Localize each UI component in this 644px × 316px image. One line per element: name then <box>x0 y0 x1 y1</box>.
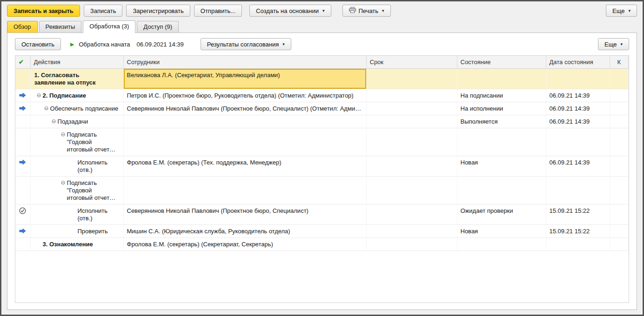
header-actions[interactable]: Действия <box>30 56 123 68</box>
more-button-top[interactable]: Еще ▾ <box>606 5 637 17</box>
task-k-cell[interactable] <box>610 68 629 89</box>
task-state-date-cell[interactable]: 06.09.21 14:39 <box>546 156 610 176</box>
task-due-cell[interactable] <box>366 224 457 237</box>
task-k-cell[interactable] <box>610 224 629 237</box>
collapse-icon[interactable]: ⊖ <box>37 92 41 99</box>
task-k-cell[interactable] <box>610 237 629 250</box>
task-action-cell[interactable]: Исполнить (отв.) <box>30 204 123 224</box>
task-state-cell[interactable] <box>457 128 546 156</box>
tab-overview[interactable]: Обзор <box>7 21 38 33</box>
header-state[interactable]: Состояние <box>457 56 546 68</box>
task-state-date-cell[interactable]: 15.09.21 15:22 <box>546 224 610 237</box>
task-k-cell[interactable] <box>610 156 629 176</box>
task-k-cell[interactable] <box>610 89 629 102</box>
task-action-cell[interactable]: Проверить <box>30 224 123 237</box>
task-due-cell[interactable] <box>366 237 457 250</box>
approval-results-button[interactable]: Результаты согласования ▾ <box>201 38 291 50</box>
task-state-cell[interactable] <box>457 176 546 204</box>
task-due-cell[interactable] <box>366 89 457 102</box>
task-icon-cell <box>15 115 30 128</box>
tasks-grid[interactable]: ✔ Действия Сотрудники Срок Состояние Дат… <box>15 55 629 303</box>
register-button[interactable]: Зарегистрировать <box>126 5 190 17</box>
task-action-cell[interactable]: ⊖Подписать "Годовой итоговый отчет… <box>30 176 123 204</box>
task-action-cell[interactable]: ⊖Подзадачи <box>30 115 123 128</box>
save-and-close-button[interactable]: Записать и закрыть <box>7 5 80 17</box>
task-row-approve[interactable]: 1. Согласовать заявление на отпуск Велик… <box>15 68 629 89</box>
task-state-cell[interactable] <box>457 68 546 89</box>
stop-button[interactable]: Остановить <box>15 38 61 50</box>
task-employees-cell[interactable]: Фролова Е.М. (секретарь) (Секретариат, С… <box>123 237 366 250</box>
header-employees[interactable]: Сотрудники <box>123 56 366 68</box>
task-state-date-cell[interactable] <box>546 176 610 204</box>
header-k[interactable]: К <box>610 56 629 68</box>
task-row-sign-report-1[interactable]: ⊖Подписать "Годовой итоговый отчет… <box>15 128 629 156</box>
task-employees-cell[interactable]: Мишин С.А. (Юридическая служба, Руководи… <box>123 224 366 237</box>
task-k-cell[interactable] <box>610 204 629 224</box>
task-due-cell[interactable] <box>366 156 457 176</box>
task-state-date-cell[interactable] <box>546 68 610 89</box>
task-row-check[interactable]: Проверить Мишин С.А. (Юридическая служба… <box>15 224 629 237</box>
play-icon: ▶ <box>70 41 74 47</box>
task-due-cell[interactable] <box>366 68 457 89</box>
print-button[interactable]: Печать ▾ <box>342 5 391 17</box>
header-state-date[interactable]: Дата состояния <box>546 56 610 68</box>
task-k-cell[interactable] <box>610 102 629 115</box>
task-row-signing[interactable]: ⊖2. Подписание Петров И.С. (Проектное бю… <box>15 89 629 102</box>
task-row-execute-severyaninov[interactable]: Исполнить (отв.) Северянинов Николай Пав… <box>15 204 629 224</box>
task-state-cell[interactable] <box>457 237 546 250</box>
task-state-date-cell[interactable]: 15.09.21 15:22 <box>546 204 610 224</box>
tab-processing[interactable]: Обработка (3) <box>83 20 135 33</box>
task-state-cell[interactable]: Новая <box>457 156 546 176</box>
task-employees-cell[interactable] <box>123 128 366 156</box>
task-state-cell[interactable]: Новая <box>457 224 546 237</box>
task-row-execute-frolova[interactable]: Исполнить (отв.) Фролова Е.М. (секретарь… <box>15 156 629 176</box>
task-state-date-cell[interactable] <box>546 237 610 250</box>
task-state-date-cell[interactable]: 06.09.21 14:39 <box>546 89 610 102</box>
task-row-ensure-signing[interactable]: ⊖Обеспечить подписание Северянинов Никол… <box>15 102 629 115</box>
header-check-cell[interactable]: ✔ <box>15 56 30 68</box>
task-due-cell[interactable] <box>366 102 457 115</box>
task-state-cell[interactable]: Ожидает проверки <box>457 204 546 224</box>
task-action-cell[interactable]: ⊖Подписать "Годовой итоговый отчет… <box>30 128 123 156</box>
task-k-cell[interactable] <box>610 176 629 204</box>
task-employees-cell[interactable] <box>123 115 366 128</box>
task-action-label: Подписать "Годовой итоговый отчет… <box>67 179 116 202</box>
task-due-cell[interactable] <box>366 176 457 204</box>
send-button[interactable]: Отправить... <box>194 5 242 17</box>
collapse-icon[interactable]: ⊖ <box>61 179 66 186</box>
collapse-icon[interactable]: ⊖ <box>44 105 49 112</box>
task-state-date-cell[interactable] <box>546 128 610 156</box>
task-employees-cell[interactable]: Великанова Л.А. (Секретариат, Управляющи… <box>123 68 366 89</box>
save-button[interactable]: Записать <box>84 5 123 17</box>
task-action-cell[interactable]: 1. Согласовать заявление на отпуск <box>30 68 123 89</box>
header-due[interactable]: Срок <box>366 56 457 68</box>
tab-access[interactable]: Доступ (9) <box>137 21 179 33</box>
task-employees-cell[interactable]: Фролова Е.М. (секретарь) (Тех. поддержка… <box>123 156 366 176</box>
tab-requisites[interactable]: Реквизиты <box>39 21 82 33</box>
task-due-cell[interactable] <box>366 204 457 224</box>
task-row-acquaintance[interactable]: 3. Ознакомление Фролова Е.М. (секретарь)… <box>15 237 629 250</box>
task-due-cell[interactable] <box>366 115 457 128</box>
task-state-cell[interactable]: Выполняется <box>457 115 546 128</box>
task-row-sign-report-2[interactable]: ⊖Подписать "Годовой итоговый отчет… <box>15 176 629 204</box>
more-button-panel[interactable]: Еще ▾ <box>598 38 629 50</box>
task-action-cell[interactable]: ⊖Обеспечить подписание <box>30 102 123 115</box>
task-state-date-cell[interactable]: 06.09.21 14:39 <box>546 115 610 128</box>
collapse-icon[interactable]: ⊖ <box>61 131 66 138</box>
task-action-cell[interactable]: Исполнить (отв.) <box>30 156 123 176</box>
collapse-icon[interactable]: ⊖ <box>52 118 56 125</box>
task-action-cell[interactable]: 3. Ознакомление <box>30 237 123 250</box>
task-k-cell[interactable] <box>610 115 629 128</box>
task-employees-cell[interactable]: Северянинов Николай Павлович (Проектное … <box>123 102 366 115</box>
task-action-cell[interactable]: ⊖2. Подписание <box>30 89 123 102</box>
task-employees-cell[interactable]: Северянинов Николай Павлович (Проектное … <box>123 204 366 224</box>
create-from-button[interactable]: Создать на основании ▾ <box>249 5 331 17</box>
task-employees-cell[interactable] <box>123 176 366 204</box>
task-state-cell[interactable]: На исполнении <box>457 102 546 115</box>
task-k-cell[interactable] <box>610 128 629 156</box>
task-row-subtasks[interactable]: ⊖Подзадачи Выполняется 06.09.21 14:39 <box>15 115 629 128</box>
task-employees-cell[interactable]: Петров И.С. (Проектное бюро, Руководител… <box>123 89 366 102</box>
task-due-cell[interactable] <box>366 128 457 156</box>
task-state-cell[interactable]: На подписании <box>457 89 546 102</box>
task-state-date-cell[interactable]: 06.09.21 14:39 <box>546 102 610 115</box>
